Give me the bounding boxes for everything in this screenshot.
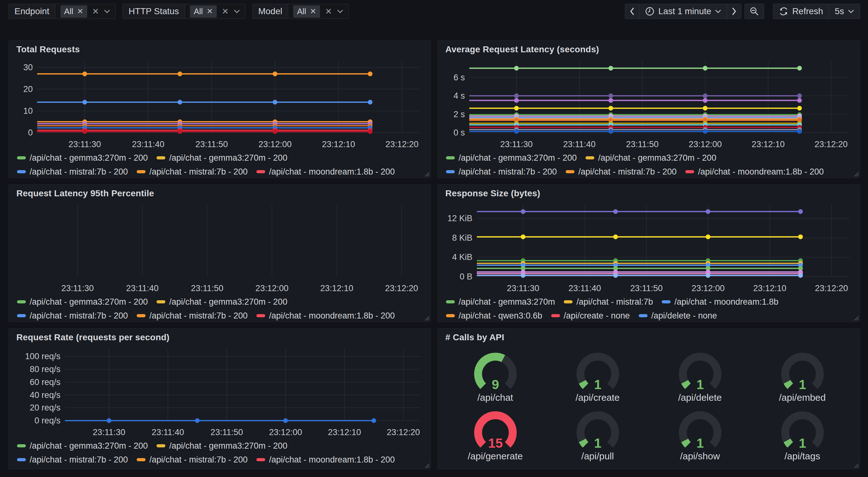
toolbar: Endpoint All✕ ✕ HTTP Status All✕ ✕ Model (8, 4, 860, 19)
refresh-interval-button[interactable]: 5s (829, 4, 860, 19)
filter-model-value[interactable]: All✕ ✕ (288, 4, 348, 19)
gauge-apiembed: 1 /api/embed (751, 347, 854, 406)
data-point (609, 66, 613, 70)
legend-item-label: /api/delete - none (651, 311, 717, 321)
zoom-out-button[interactable] (745, 4, 764, 19)
legend-item[interactable]: /api/chat - mistral:7b (564, 297, 653, 307)
legend-color-chip (256, 314, 265, 317)
clear-icon[interactable]: ✕ (222, 7, 229, 17)
filter-model: Model All✕ ✕ (252, 4, 349, 19)
p95-latency-chart[interactable]: 23:11:3023:11:4023:11:5023:12:0023:12:10… (15, 200, 423, 294)
panel-resize-handle[interactable] (424, 171, 430, 177)
average-latency-chart[interactable]: 0 s2 s4 s6 s23:11:3023:11:4023:11:5023:1… (444, 56, 852, 150)
clear-icon[interactable]: ✕ (325, 7, 332, 17)
legend-color-chip (446, 300, 455, 303)
gauge-label: /api/pull (581, 451, 614, 461)
legend-item[interactable]: /api/chat - mistral:7b - 200 (17, 311, 128, 321)
time-shift-back-button[interactable] (625, 4, 639, 19)
legend-item[interactable]: /api/chat - moondream:1.8b - 200 (256, 167, 395, 177)
data-point (613, 209, 618, 214)
legend-item[interactable]: /api/chat - gemma3:270m - 200 (17, 441, 148, 451)
legend-item[interactable]: /api/chat - mistral:7b - 200 (446, 167, 557, 177)
data-point (706, 209, 711, 214)
x-axis-tick-label: 23:11:40 (563, 140, 595, 149)
filter-model-label: Model (253, 4, 288, 19)
data-point (797, 129, 802, 133)
data-point (521, 234, 525, 239)
data-point (609, 98, 613, 103)
panel-resize-handle[interactable] (853, 171, 859, 177)
legend-item[interactable]: /api/chat - moondream:1.8b (662, 297, 778, 307)
legend-item[interactable]: /api/chat - mistral:7b - 200 (17, 167, 128, 177)
gauge-grid: 9 /api/chat 1 /api/create 1 /api/delete … (444, 345, 854, 464)
panel-resize-handle[interactable] (424, 315, 430, 321)
gauge-apipull: 1 /api/pull (547, 406, 649, 464)
legend-color-chip (17, 314, 26, 317)
legend-item-label: /api/chat - moondream:1.8b (674, 297, 778, 307)
panel-resize-handle[interactable] (853, 315, 859, 321)
legend-color-chip (551, 314, 560, 317)
legend-item[interactable]: /api/chat - gemma3:270m - 200 (586, 153, 716, 163)
panel-resize-handle[interactable] (853, 463, 859, 468)
response-size-chart[interactable]: 0 B4 KiB8 KiB12 KiB23:11:3023:11:4023:11… (444, 200, 852, 294)
clear-icon[interactable]: ✕ (92, 7, 99, 17)
filter-http-status-chip[interactable]: All✕ (190, 5, 217, 18)
filter-bar: Endpoint All✕ ✕ HTTP Status All✕ ✕ Model (8, 4, 349, 19)
legend-item[interactable]: /api/chat - gemma3:270m - 200 (446, 153, 577, 163)
filter-model-chip[interactable]: All✕ (293, 5, 320, 18)
legend-color-chip (157, 156, 165, 159)
time-range-label: Last 1 minute (658, 6, 711, 17)
legend-item[interactable]: /api/chat - gemma3:270m - 200 (157, 441, 287, 451)
legend-item-label: /api/chat - mistral:7b - 200 (149, 167, 248, 177)
legend-item[interactable]: /api/chat - mistral:7b - 200 (137, 455, 248, 465)
legend-item[interactable]: /api/chat - gemma3:270m - 200 (157, 297, 287, 307)
legend-item[interactable]: /api/chat - mistral:7b - 200 (137, 167, 248, 177)
legend-item[interactable]: /api/chat - gemma3:270m - 200 (17, 297, 148, 307)
panel-resize-handle[interactable] (424, 463, 430, 468)
panel-title[interactable]: Request Rate (requests per second) (17, 332, 424, 342)
filter-http-status-value[interactable]: All✕ ✕ (185, 4, 245, 19)
legend-item[interactable]: /api/chat - mistral:7b - 200 (566, 167, 677, 177)
chevron-down-icon[interactable] (337, 9, 343, 13)
panel-title[interactable]: Request Latency 95th Percentile (17, 188, 424, 199)
close-icon[interactable]: ✕ (310, 7, 316, 16)
panel-title[interactable]: # Calls by API (445, 332, 854, 342)
legend-item[interactable]: /api/chat - gemma3:270m - 200 (157, 153, 287, 163)
legend-color-chip (446, 314, 455, 317)
close-icon[interactable]: ✕ (207, 7, 213, 16)
x-axis-tick-label: 23:12:20 (815, 284, 848, 293)
legend-item[interactable]: /api/chat - moondream:1.8b - 200 (256, 311, 395, 321)
chevron-down-icon[interactable] (104, 9, 110, 13)
legend-item[interactable]: /api/chat - mistral:7b - 200 (137, 311, 248, 321)
filter-endpoint-chip[interactable]: All✕ (60, 5, 87, 18)
close-icon[interactable]: ✕ (77, 7, 83, 16)
grafana-dashboard: Endpoint All✕ ✕ HTTP Status All✕ ✕ Model (0, 0, 868, 477)
time-range-picker-button[interactable]: Last 1 minute (639, 4, 727, 19)
refresh-interval-value: 5s (835, 6, 844, 17)
panel-title[interactable]: Total Requests (17, 44, 424, 55)
filter-endpoint-value[interactable]: All✕ ✕ (56, 4, 116, 19)
panel-title[interactable]: Response Size (bytes) (445, 188, 854, 199)
chevron-left-icon (629, 7, 634, 16)
legend-item[interactable]: /api/chat - qwen3:0.6b (446, 311, 542, 321)
time-shift-forward-button[interactable] (727, 4, 741, 19)
legend-item[interactable]: /api/delete - none (639, 311, 717, 321)
refresh-button[interactable]: Refresh (773, 4, 829, 19)
legend-item-label: /api/create - none (564, 311, 630, 321)
gauge-value: 1 (799, 377, 806, 392)
chevron-down-icon[interactable] (234, 9, 240, 13)
legend-item[interactable]: /api/chat - gemma3:270m (446, 297, 555, 307)
y-axis-tick-label: 0 s (454, 128, 465, 137)
legend-item[interactable]: /api/chat - moondream:1.8b - 200 (685, 167, 824, 177)
legend-item[interactable]: /api/chat - moondream:1.8b - 200 (256, 455, 395, 465)
panel-title[interactable]: Average Request Latency (seconds) (445, 44, 854, 55)
clock-icon (645, 7, 654, 16)
legend-item[interactable]: /api/chat - mistral:7b - 200 (17, 455, 128, 465)
legend-row: /api/chat - mistral:7b - 200/api/chat - … (17, 165, 424, 179)
legend-item[interactable]: /api/chat - gemma3:270m - 200 (17, 153, 148, 163)
data-point (514, 94, 519, 98)
legend-item[interactable]: /api/create - none (551, 311, 630, 321)
data-point (368, 129, 373, 134)
request-rate-chart[interactable]: 0 req/s20 req/s40 req/s60 req/s80 req/s1… (15, 345, 423, 438)
total-requests-chart[interactable]: 010203023:11:3023:11:4023:11:5023:12:002… (15, 56, 423, 150)
